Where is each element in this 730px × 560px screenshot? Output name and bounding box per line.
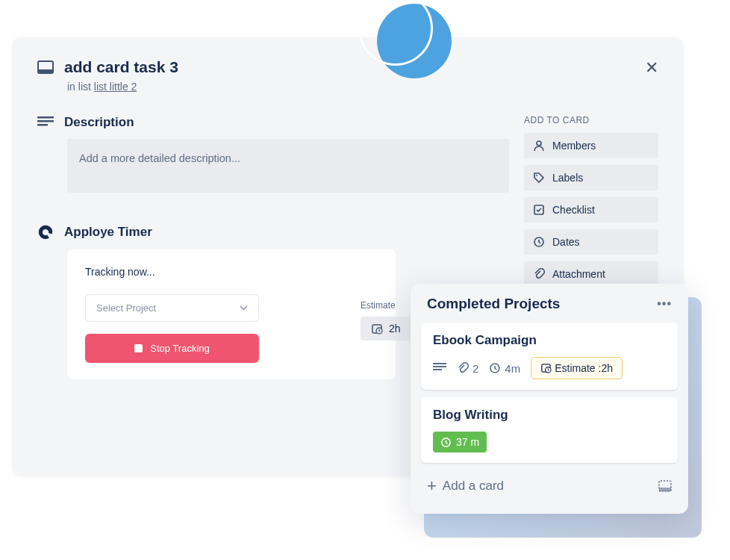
sidebar-item-label: Labels bbox=[552, 172, 583, 184]
card-title[interactable]: add card task 3 bbox=[64, 58, 178, 76]
sidebar-labels[interactable]: Labels bbox=[524, 165, 658, 190]
sidebar-attachment[interactable]: Attachment bbox=[524, 261, 658, 287]
sidebar-item-label: Dates bbox=[552, 236, 580, 248]
svg-rect-1 bbox=[38, 69, 53, 73]
close-button[interactable]: ✕ bbox=[645, 58, 658, 78]
description-badge bbox=[433, 363, 446, 373]
description-title: Description bbox=[64, 115, 134, 130]
estimate-text: Estimate :2h bbox=[555, 362, 613, 374]
trello-card[interactable]: Ebook Campaign 2 4m Estimate :2h bbox=[421, 323, 678, 390]
svg-rect-13 bbox=[433, 369, 442, 370]
apploye-title: Apploye Timer bbox=[64, 225, 152, 240]
template-icon[interactable] bbox=[658, 480, 672, 492]
tracked-value: 37 m bbox=[456, 436, 479, 448]
plus-icon: + bbox=[427, 476, 437, 496]
sidebar-members[interactable]: Members bbox=[524, 133, 658, 158]
svg-rect-2 bbox=[37, 116, 54, 119]
svg-rect-19 bbox=[659, 488, 671, 491]
sidebar-item-label: Attachment bbox=[552, 268, 605, 280]
add-card-label: Add a card bbox=[443, 479, 504, 494]
stop-icon bbox=[134, 344, 143, 352]
timer-panel: Tracking now... Select Project Stop Trac… bbox=[67, 249, 396, 379]
apploye-header: Apploye Timer bbox=[37, 224, 509, 240]
tracked-time-badge: 37 m bbox=[433, 432, 487, 452]
card-list-location: in list list little 2 bbox=[67, 81, 658, 93]
stop-tracking-label: Stop Tracking bbox=[150, 343, 210, 354]
estimate-value: 2h bbox=[389, 323, 401, 335]
card-title: Ebook Campaign bbox=[433, 333, 666, 348]
stop-tracking-button[interactable]: Stop Tracking bbox=[85, 334, 259, 363]
sidebar-checklist[interactable]: Checklist bbox=[524, 197, 658, 223]
tracking-label: Tracking now... bbox=[85, 266, 378, 278]
card-icon bbox=[37, 60, 54, 74]
attachment-badge: 2 bbox=[457, 362, 478, 375]
dates-icon bbox=[533, 236, 545, 248]
estimate-badge: Estimate :2h bbox=[531, 357, 623, 379]
description-input[interactable]: Add a more detailed description... bbox=[67, 139, 509, 193]
sidebar-dates[interactable]: Dates bbox=[524, 229, 658, 255]
chevron-down-icon bbox=[240, 305, 248, 311]
svg-point-5 bbox=[537, 141, 541, 146]
apploye-icon bbox=[37, 224, 54, 240]
members-icon bbox=[533, 140, 545, 152]
add-card-button[interactable]: + Add a card bbox=[427, 476, 504, 496]
estimate-value-pill[interactable]: 2h bbox=[361, 317, 411, 340]
attachment-count: 2 bbox=[472, 362, 478, 375]
svg-rect-3 bbox=[37, 120, 54, 122]
sidebar-heading: ADD TO CARD bbox=[524, 115, 658, 125]
labels-icon bbox=[533, 172, 545, 184]
sublist-prefix: in list bbox=[67, 81, 94, 93]
svg-rect-4 bbox=[37, 124, 48, 126]
attachment-icon bbox=[533, 268, 545, 280]
description-icon bbox=[37, 116, 54, 128]
tracked-value: 4m bbox=[505, 362, 520, 375]
card-title: Blog Writing bbox=[433, 408, 666, 423]
sidebar-item-label: Checklist bbox=[552, 204, 595, 216]
svg-point-6 bbox=[536, 175, 537, 176]
trello-card[interactable]: Blog Writing 37 m bbox=[421, 397, 678, 463]
tracked-badge: 4m bbox=[489, 362, 520, 375]
project-select[interactable]: Select Project bbox=[85, 294, 259, 322]
svg-rect-11 bbox=[433, 363, 446, 364]
checklist-icon bbox=[533, 204, 545, 216]
card-header: add card task 3 bbox=[37, 58, 658, 76]
column-menu[interactable]: ••• bbox=[657, 297, 672, 311]
project-select-placeholder: Select Project bbox=[96, 302, 156, 314]
list-link[interactable]: list little 2 bbox=[94, 81, 137, 93]
estimate-block: Estimate 2h bbox=[361, 300, 411, 340]
column-title[interactable]: Completed Projects bbox=[427, 296, 560, 312]
svg-rect-12 bbox=[433, 366, 446, 367]
calendar-clock-icon bbox=[371, 323, 383, 335]
description-header: Description bbox=[37, 115, 509, 130]
estimate-label: Estimate bbox=[361, 300, 411, 311]
sidebar-item-label: Members bbox=[552, 140, 596, 152]
trello-column: Completed Projects ••• Ebook Campaign 2 … bbox=[411, 284, 688, 514]
